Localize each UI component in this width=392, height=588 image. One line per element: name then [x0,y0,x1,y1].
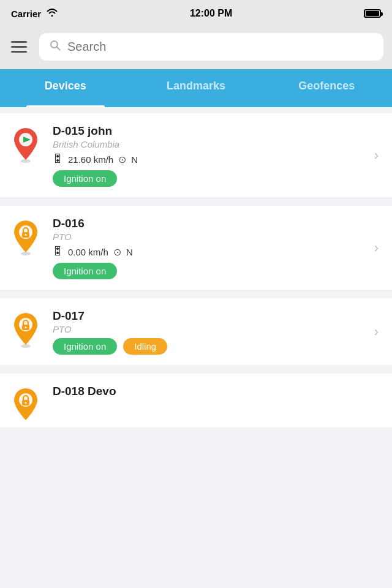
list-gap [0,200,392,206]
header [0,27,392,69]
svg-point-8 [25,234,27,236]
device-info-d017: D-017 PTO Ignition on Idling [53,309,382,355]
speedometer-icon: 🎛 [53,153,63,165]
device-name: D-017 [53,309,382,323]
tag-idling: Idling [123,338,167,355]
device-info-d016: D-016 PTO 🎛 0.00 km/h ⊙ N Ignition on [53,217,382,279]
search-bar [39,33,383,61]
tag-ignition: Ignition on [53,263,117,279]
tab-landmarks[interactable]: Landmarks [130,69,261,107]
device-subtitle: PTO [53,324,382,334]
tag-row: Ignition on [53,263,382,279]
chevron-button[interactable]: › [369,319,383,345]
tag-row: Ignition on [53,170,382,187]
time-label: 12:00 PM [190,8,232,19]
tag-row: Ignition on Idling [53,338,382,355]
device-stats: 🎛 0.00 km/h ⊙ N [53,246,382,258]
device-icon-d017 [10,312,44,346]
tab-geofences-label: Geofences [298,80,355,92]
tag-ignition: Ignition on [53,338,117,355]
tag-ignition: Ignition on [53,170,117,187]
device-item-partial: D-018 Devo [0,374,392,428]
device-icon-d018 [10,387,44,421]
speedometer-icon: 🎛 [53,246,63,258]
chevron-button[interactable]: › [369,235,383,261]
device-name: D-016 [53,217,382,230]
device-stats: 🎛 21.60 km/h ⊙ N [53,153,382,165]
device-info-d015: D-015 john British Columbia 🎛 21.60 km/h… [53,124,382,187]
device-item: D-017 PTO Ignition on Idling › [0,298,392,366]
device-name: D-015 john [53,124,382,138]
tab-geofences[interactable]: Geofences [262,69,392,107]
compass-icon: ⊙ [118,154,126,165]
hamburger-line [11,51,27,53]
device-name: D-018 Devo [53,385,382,398]
device-info-d018: D-018 Devo [53,385,382,399]
search-icon [49,39,61,55]
battery-icon [364,9,381,18]
svg-point-12 [25,326,27,328]
device-item: D-016 PTO 🎛 0.00 km/h ⊙ N Ignition on › [0,206,392,291]
direction-value: N [131,154,138,165]
carrier-label: Carrier [11,9,41,19]
status-left: Carrier [11,8,58,19]
search-input[interactable] [67,40,374,54]
device-item: D-015 john British Columbia 🎛 21.60 km/h… [0,113,392,198]
chevron-button[interactable]: › [369,143,383,168]
svg-line-1 [57,47,60,50]
device-subtitle: British Columbia [53,139,382,149]
hamburger-line [11,46,27,48]
wifi-icon [46,8,58,19]
list-gap [0,368,392,374]
device-icon-d015 [10,127,44,161]
svg-point-15 [25,402,27,404]
list-gap [0,292,392,298]
hamburger-line [11,41,27,43]
device-list: D-015 john British Columbia 🎛 21.60 km/h… [0,107,392,428]
device-subtitle: PTO [53,232,382,242]
tab-devices-label: Devices [45,80,86,92]
menu-button[interactable] [9,39,29,55]
speed-value: 21.60 km/h [68,154,113,165]
tab-landmarks-label: Landmarks [167,80,225,92]
direction-value: N [126,247,133,257]
list-gap [0,107,392,113]
status-bar: Carrier 12:00 PM [0,0,392,27]
compass-icon: ⊙ [113,246,121,258]
tab-bar: Devices Landmarks Geofences [0,69,392,107]
device-icon-d016 [10,219,44,254]
tab-devices[interactable]: Devices [0,69,130,107]
speed-value: 0.00 km/h [68,247,108,257]
